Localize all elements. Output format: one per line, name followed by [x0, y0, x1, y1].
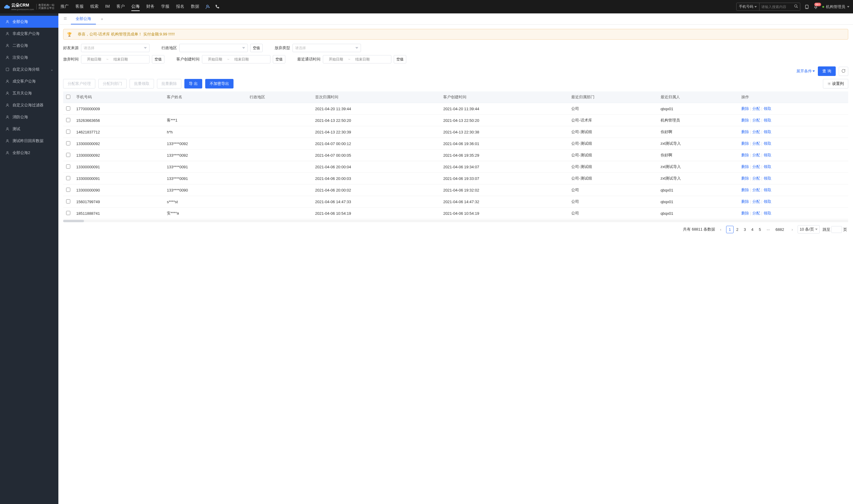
tab-add-button[interactable]: ＋ [98, 14, 106, 24]
sidebar-item-6[interactable]: 五月天公海 [0, 87, 58, 99]
next-page-button[interactable]: › [790, 227, 795, 232]
sidebar-item-8[interactable]: 消防公海 [0, 111, 58, 123]
op-claim[interactable]: 领取 [764, 199, 772, 204]
sidebar-item-1[interactable]: 非成交客户公海 [0, 28, 58, 40]
page-number-5[interactable]: 5 [756, 226, 764, 233]
op-assign[interactable]: 分配 [752, 118, 760, 122]
select-all-checkbox[interactable] [66, 95, 70, 99]
op-claim[interactable]: 领取 [764, 141, 772, 146]
op-assign[interactable]: 分配 [752, 188, 760, 192]
op-claim[interactable]: 领取 [764, 164, 772, 169]
nav-item-9[interactable]: 数据 [191, 3, 199, 11]
create-time-range[interactable]: ~ [202, 55, 270, 64]
op-delete[interactable]: 删除 [741, 199, 749, 204]
call-null-button[interactable]: 空值 [394, 55, 406, 64]
call-start-input[interactable] [326, 57, 346, 61]
op-claim[interactable]: 领取 [764, 130, 772, 134]
sidebar-item-10[interactable]: 测试昨日回库数据 [0, 135, 58, 147]
page-size-select[interactable]: 10 条/页 [798, 225, 820, 234]
create-null-button[interactable]: 空值 [273, 55, 285, 64]
create-start-input[interactable] [205, 57, 225, 61]
page-jump-input[interactable] [831, 226, 842, 233]
assign-manager-button[interactable]: 分配客户经理 [63, 79, 95, 88]
nav-item-8[interactable]: 报名 [176, 3, 184, 11]
search-type-select[interactable]: 手机号码 [737, 3, 760, 11]
page-number-3[interactable]: 3 [741, 226, 748, 233]
batch-claim-button[interactable]: 批量领取 [130, 79, 154, 88]
op-delete[interactable]: 删除 [741, 211, 749, 215]
row-checkbox[interactable] [66, 130, 70, 134]
op-assign[interactable]: 分配 [752, 164, 760, 169]
scrollbar-thumb[interactable] [63, 220, 84, 222]
region-null-button[interactable]: 空值 [250, 44, 263, 52]
phone-icon[interactable] [215, 4, 219, 9]
call-end-input[interactable] [352, 57, 373, 61]
sidebar-item-5[interactable]: 成交客户公海 [0, 75, 58, 87]
nav-item-1[interactable]: 客服 [75, 3, 84, 11]
op-assign[interactable]: 分配 [752, 130, 760, 134]
row-checkbox[interactable] [66, 153, 70, 157]
op-assign[interactable]: 分配 [752, 141, 760, 146]
sidebar-item-2[interactable]: 二咨公海 [0, 40, 58, 52]
abandon-null-button[interactable]: 空值 [152, 55, 164, 64]
op-delete[interactable]: 删除 [741, 118, 749, 122]
assign-dept-button[interactable]: 分配到部门 [98, 79, 127, 88]
op-delete[interactable]: 删除 [741, 130, 749, 134]
op-claim[interactable]: 领取 [764, 188, 772, 192]
op-claim[interactable]: 领取 [764, 176, 772, 181]
bell-icon[interactable]: 99+ [813, 4, 818, 9]
filter-source-select[interactable]: 请选择 [81, 44, 149, 52]
user-menu[interactable]: 机构管理员 [822, 4, 849, 10]
page-number-4[interactable]: 4 [748, 226, 756, 233]
set-columns-button[interactable]: 设置列 [823, 79, 848, 88]
batch-delete-button[interactable]: 批量删除 [157, 79, 181, 88]
nav-item-6[interactable]: 财务 [146, 3, 155, 11]
op-assign[interactable]: 分配 [752, 211, 760, 215]
tabs-toggle-icon[interactable] [61, 15, 69, 23]
op-delete[interactable]: 删除 [741, 164, 749, 169]
op-delete[interactable]: 删除 [741, 188, 749, 192]
row-checkbox[interactable] [66, 164, 70, 168]
abandon-end-input[interactable] [110, 57, 131, 61]
row-checkbox[interactable] [66, 176, 70, 180]
horizontal-scrollbar[interactable] [63, 220, 848, 222]
row-checkbox[interactable] [66, 211, 70, 215]
logo[interactable]: 云朵CRM www.yunduocrm.com 教育机构一站式服务云平台 [4, 3, 55, 11]
nav-item-5[interactable]: 公海 [131, 3, 140, 11]
nav-item-0[interactable]: 推广 [60, 3, 69, 11]
export-plain-button[interactable]: 不加密导出 [205, 79, 234, 88]
sidebar-item-11[interactable]: 全部公海2 [0, 147, 58, 159]
prev-page-button[interactable]: ‹ [718, 227, 723, 232]
row-checkbox[interactable] [66, 118, 70, 122]
last-page-button[interactable]: 6882 [773, 226, 787, 233]
export-button[interactable]: 导 出 [184, 79, 202, 88]
op-claim[interactable]: 领取 [764, 118, 772, 122]
op-claim[interactable]: 领取 [764, 153, 772, 157]
nav-item-4[interactable]: 客户 [116, 3, 125, 11]
query-button[interactable]: 查 询 [818, 67, 836, 76]
search-input[interactable] [760, 3, 792, 11]
op-assign[interactable]: 分配 [752, 199, 760, 204]
nav-item-7[interactable]: 学服 [161, 3, 169, 11]
create-end-input[interactable] [231, 57, 252, 61]
op-delete[interactable]: 删除 [741, 141, 749, 146]
op-assign[interactable]: 分配 [752, 153, 760, 157]
abandon-start-input[interactable] [84, 57, 105, 61]
sidebar-item-0[interactable]: 全部公海 [0, 16, 58, 28]
sidebar-item-4[interactable]: 自定义公海分组⌄ [0, 64, 58, 75]
op-claim[interactable]: 领取 [764, 106, 772, 111]
tablet-icon[interactable] [804, 4, 809, 9]
op-claim[interactable]: 领取 [764, 211, 772, 215]
refresh-button[interactable] [839, 67, 848, 76]
filter-region-select[interactable] [179, 44, 248, 52]
op-delete[interactable]: 删除 [741, 153, 749, 157]
row-checkbox[interactable] [66, 199, 70, 203]
op-assign[interactable]: 分配 [752, 176, 760, 181]
op-delete[interactable]: 删除 [741, 106, 749, 111]
page-number-2[interactable]: 2 [733, 226, 741, 233]
sidebar-item-7[interactable]: 自定义公海过滤器 [0, 99, 58, 111]
call-time-range[interactable]: ~ [323, 55, 392, 64]
filter-type-select[interactable]: 请选择 [292, 44, 361, 52]
row-checkbox[interactable] [66, 106, 70, 110]
expand-filters-link[interactable]: 展开条件 [796, 69, 815, 74]
